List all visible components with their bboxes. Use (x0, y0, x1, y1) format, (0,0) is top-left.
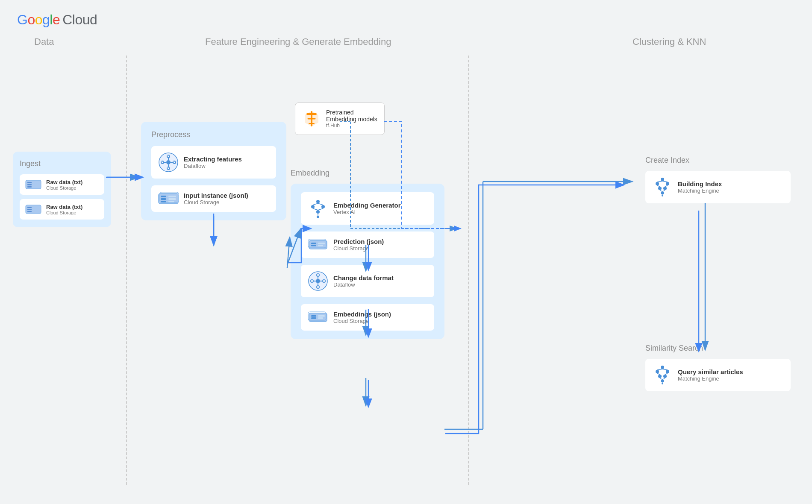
input-instance-text: Input instance (jsonl) Cloud Storage (184, 192, 248, 205)
svg-rect-78 (311, 317, 316, 319)
svg-line-93 (662, 190, 665, 192)
svg-line-104 (657, 373, 660, 375)
svg-point-45 (316, 210, 320, 214)
col-clustering-header: Clustering & KNN (633, 36, 706, 47)
extracting-features-card: Extracting features Dataflow (151, 146, 276, 179)
extracting-features-text: Extracting features Dataflow (184, 155, 242, 169)
embedding-label: Embedding (291, 169, 444, 178)
divider-1 (126, 56, 127, 485)
prediction-card: Prediction (json) Cloud Storage (301, 231, 434, 258)
similarity-label: Similarity Search (645, 344, 791, 353)
svg-point-44 (321, 205, 325, 208)
svg-point-108 (662, 383, 663, 384)
building-index-text: Building Index Matching Engine (678, 180, 722, 194)
svg-point-85 (658, 187, 662, 190)
svg-point-84 (666, 182, 669, 185)
svg-point-101 (661, 380, 664, 383)
svg-rect-3 (27, 186, 32, 188)
svg-point-98 (666, 370, 669, 373)
raw-data-card: Raw data (txt) Cloud Storage (20, 174, 104, 195)
embedding-generator-card: Embedding Generator Vertex AI (301, 192, 434, 225)
svg-point-97 (656, 370, 659, 373)
raw-data-text-2: Raw data (txt) Cloud Storage (46, 204, 82, 215)
matching-engine-icon-2 (652, 365, 673, 385)
svg-point-94 (662, 195, 663, 196)
svg-line-114 (287, 237, 290, 268)
svg-rect-13 (33, 211, 38, 212)
svg-point-43 (311, 205, 315, 208)
embedding-section: Embedding (291, 169, 444, 339)
dataflow-icon-2 (308, 271, 328, 291)
svg-rect-2 (27, 184, 32, 185)
svg-line-91 (665, 185, 668, 187)
svg-rect-10 (27, 211, 32, 212)
header: Google Cloud (0, 0, 812, 32)
matching-engine-icon-1 (652, 177, 673, 197)
raw-data-text: Raw data (txt) Cloud Storage (46, 179, 82, 190)
create-index-label: Create Index (645, 156, 791, 165)
svg-rect-1 (27, 182, 32, 183)
create-index-section: Create Index (645, 156, 791, 203)
prediction-icon (308, 237, 328, 252)
svg-line-107 (662, 378, 665, 380)
svg-rect-9 (27, 209, 32, 210)
svg-line-88 (657, 181, 662, 182)
svg-rect-38 (168, 201, 174, 202)
svg-line-89 (662, 181, 668, 182)
svg-line-50 (318, 208, 323, 210)
svg-rect-36 (168, 196, 176, 197)
preprocess-label: Preprocess (151, 130, 276, 139)
svg-rect-79 (318, 315, 325, 317)
svg-rect-6 (33, 186, 38, 188)
svg-line-92 (660, 190, 662, 192)
svg-rect-53 (311, 243, 316, 244)
col-feature-header: Feature Engineering & Generate Embedding (205, 36, 391, 47)
svg-rect-34 (161, 198, 166, 200)
svg-point-46 (317, 216, 319, 218)
tf-hub-icon (302, 109, 321, 128)
svg-point-87 (661, 192, 664, 195)
input-instance-card: Input instance (jsonl) Cloud Storage (151, 185, 276, 212)
raw-data-icon (25, 179, 42, 190)
svg-line-105 (665, 373, 668, 375)
prediction-text: Prediction (json) Cloud Storage (333, 238, 384, 252)
svg-point-42 (316, 200, 320, 203)
pretrained-box: Pretrained Embedding models tf.Hub (295, 103, 385, 135)
svg-rect-56 (318, 245, 323, 246)
svg-line-47 (313, 203, 318, 205)
ingest-section: Ingest Raw data (txt) Cloud Storage (13, 152, 111, 227)
query-similar-card: Query similar articles Matching Engine (645, 359, 791, 391)
col-data-header: Data (34, 36, 54, 47)
svg-point-83 (656, 182, 659, 185)
svg-point-82 (661, 178, 664, 181)
svg-rect-35 (161, 201, 166, 202)
ingest-label: Ingest (20, 159, 104, 168)
svg-rect-55 (318, 243, 325, 244)
svg-rect-5 (33, 184, 39, 185)
pretrained-text: Pretrained Embedding models tf.Hub (326, 109, 377, 129)
svg-point-19 (166, 160, 171, 164)
svg-line-102 (657, 369, 662, 370)
preprocess-section: Preprocess (141, 122, 286, 220)
divider-2 (468, 56, 469, 485)
svg-line-49 (313, 208, 318, 210)
svg-line-103 (662, 369, 668, 370)
raw-data-card-2: Raw data (txt) Cloud Storage (20, 199, 104, 220)
embeddings-card: Embeddings (json) Cloud Storage (301, 304, 434, 331)
dataflow-icon-1 (158, 152, 179, 173)
embedding-generator-text: Embedding Generator Vertex AI (333, 202, 401, 215)
svg-point-99 (658, 375, 662, 378)
vertex-ai-icon (308, 198, 328, 219)
raw-data-icon-2 (25, 203, 42, 215)
query-similar-text: Query similar articles Matching Engine (678, 368, 743, 382)
change-format-text: Change data format Dataflow (333, 274, 394, 288)
svg-rect-4 (33, 182, 39, 183)
svg-rect-77 (311, 315, 316, 317)
building-index-card: Building Index Matching Engine (645, 171, 791, 203)
svg-rect-37 (168, 198, 176, 200)
embeddings-icon (308, 310, 328, 325)
diagram-container: Data Feature Engineering & Generate Embe… (0, 32, 812, 498)
input-instance-icon (158, 191, 179, 206)
svg-rect-80 (318, 317, 323, 319)
similarity-section: Similarity Search (645, 344, 791, 391)
